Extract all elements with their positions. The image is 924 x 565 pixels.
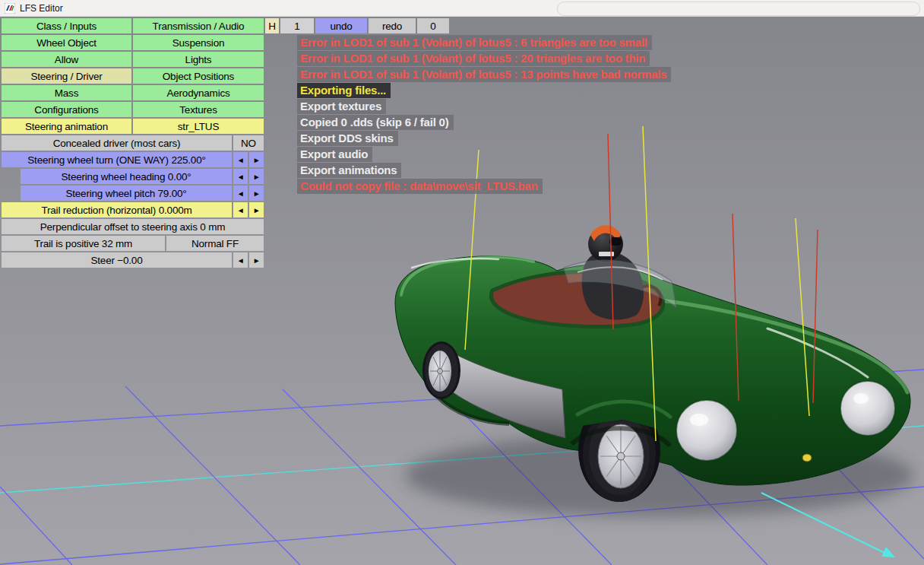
console-message: Export audio xyxy=(297,147,372,162)
trail-increase-button[interactable]: ► xyxy=(249,202,264,217)
redo-button[interactable]: redo xyxy=(369,18,416,33)
turn-decrease-button[interactable]: ◄ xyxy=(233,152,248,167)
nav-textures[interactable]: Textures xyxy=(133,102,264,117)
nav-suspension[interactable]: Suspension xyxy=(133,35,264,50)
trail-decrease-button[interactable]: ◄ xyxy=(233,202,248,217)
nose-badge xyxy=(802,454,812,462)
nav-steering-driver[interactable]: Steering / Driver xyxy=(2,68,131,84)
concealed-driver-value[interactable]: NO xyxy=(233,135,264,151)
heading-increase-button[interactable]: ► xyxy=(249,169,264,184)
undo-button[interactable]: undo xyxy=(315,18,367,33)
heading-decrease-button[interactable]: ◄ xyxy=(233,169,248,184)
steering-wheel-pitch[interactable]: Steering wheel pitch 79.00° xyxy=(21,186,232,201)
steering-animation-label[interactable]: Steering animation xyxy=(2,119,131,134)
pitch-increase-button[interactable]: ► xyxy=(249,186,264,201)
nav-configurations[interactable]: Configurations xyxy=(2,102,131,117)
nav-class-inputs[interactable]: Class / Inputs xyxy=(2,18,131,33)
rear-wheel xyxy=(422,341,460,399)
console-message: Exporting files... xyxy=(297,83,391,98)
console-message: Export animations xyxy=(297,163,401,178)
trail-reduction[interactable]: Trail reduction (horizontal) 0.000m xyxy=(2,202,232,217)
steer-value[interactable]: Steer −0.00 xyxy=(2,252,232,268)
console-message: Export DDS skins xyxy=(297,131,398,146)
console-message: Export textures xyxy=(297,99,386,114)
trail-positive[interactable]: Trail is positive 32 mm xyxy=(2,236,165,251)
h-toggle-button[interactable]: H xyxy=(265,18,279,33)
console-message: Error in LOD1 of sub 1 (Volant) of lotus… xyxy=(297,51,650,66)
steer-increase-button[interactable]: ► xyxy=(249,252,264,268)
steer-decrease-button[interactable]: ◄ xyxy=(233,252,248,268)
console-output: Error in LOD1 of sub 1 (Volant) of lotus… xyxy=(297,35,671,195)
nav-allow[interactable]: Allow xyxy=(2,52,131,67)
nav-wheel-object[interactable]: Wheel Object xyxy=(2,35,131,50)
titlebar-tab-outline xyxy=(557,2,920,16)
lfs-editor-window: LFS Editor Class / Inputs Transmission /… xyxy=(0,0,924,565)
console-message: Error in LOD1 of sub 1 (Volant) of lotus… xyxy=(297,35,652,50)
turn-increase-button[interactable]: ► xyxy=(249,152,264,167)
redo-count-button[interactable]: 0 xyxy=(417,18,449,33)
console-message: Copied 0 .dds (skip 6 / fail 0) xyxy=(297,115,454,130)
nav-aerodynamics[interactable]: Aerodynamics xyxy=(133,85,264,100)
steering-animation-value[interactable]: str_LTUS xyxy=(133,119,264,134)
nav-lights[interactable]: Lights xyxy=(133,52,264,67)
console-message: Error in LOD1 of sub 1 (Volant) of lotus… xyxy=(297,67,671,82)
nav-transmission-audio[interactable]: Transmission / Audio xyxy=(133,18,264,33)
pitch-decrease-button[interactable]: ◄ xyxy=(233,186,248,201)
nav-object-positions[interactable]: Object Positions xyxy=(133,68,264,84)
window-title: LFS Editor xyxy=(20,3,63,14)
app-icon xyxy=(5,3,15,14)
history-count-button[interactable]: 1 xyxy=(280,18,314,33)
steering-wheel-heading[interactable]: Steering wheel heading 0.00° xyxy=(21,169,232,184)
console-message: Could not copy file : data\move\sit_LTUS… xyxy=(297,179,543,194)
headlight-left xyxy=(676,400,737,461)
perpendicular-offset[interactable]: Perpendicular offset to steering axis 0 … xyxy=(2,219,264,234)
headlight-right xyxy=(840,381,895,436)
nav-mass[interactable]: Mass xyxy=(2,85,131,100)
concealed-driver-label[interactable]: Concealed driver (most cars) xyxy=(2,135,232,151)
force-feedback-mode[interactable]: Normal FF xyxy=(166,236,264,251)
steering-wheel-turn[interactable]: Steering wheel turn (ONE WAY) 225.00° xyxy=(2,152,232,167)
